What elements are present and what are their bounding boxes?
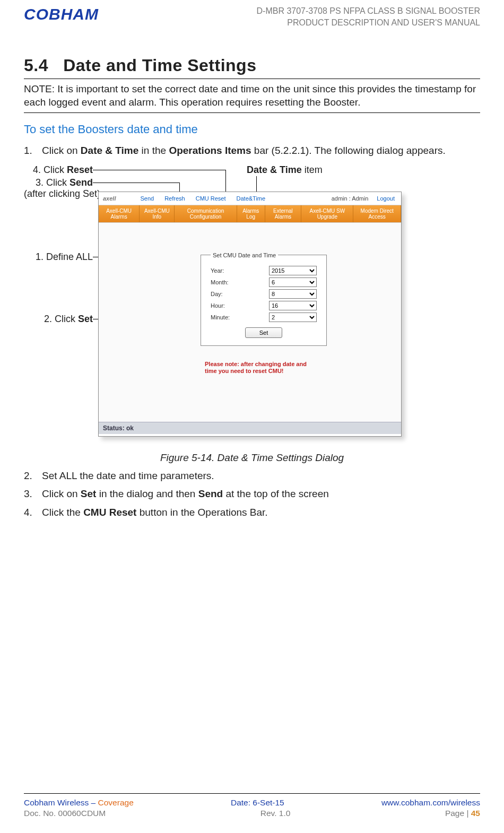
step-4-c: button in the Operations Bar.: [136, 507, 267, 518]
warning-text: Please note: after changing date and tim…: [205, 361, 316, 376]
callout-send: 3. Click Send (after clicking Set): [24, 177, 93, 199]
step-3-e: at the top of the screen: [223, 488, 329, 499]
tab-ext-alarms[interactable]: External Alarms: [265, 205, 301, 222]
tab-alarms[interactable]: Axell-CMU Alarms: [99, 205, 140, 222]
link-send[interactable]: Send: [138, 195, 156, 202]
step-1-c: in the: [138, 145, 169, 156]
tabs-row: Axell-CMU Alarms Axell-CMU Info Communic…: [99, 205, 401, 223]
section-number: 5.4: [24, 56, 48, 75]
date-time-fieldset: Set CMU Date and Time Year: 2015 Month: …: [201, 252, 327, 346]
step-2: 2. Set ALL the date and time parameters.: [24, 469, 480, 483]
month-select[interactable]: 6: [269, 277, 317, 287]
brand-text: axell: [103, 195, 132, 202]
step-2-number: 2.: [24, 469, 32, 483]
callout-reset: 4. Click Reset: [24, 164, 93, 176]
step-1-e: bar (5.2.2.1). The following dialog appe…: [251, 145, 446, 156]
step-1-a: Click on: [42, 145, 81, 156]
step-4: 4. Click the CMU Reset button in the Ope…: [24, 506, 480, 520]
callout-reset-a: 4. Click: [33, 164, 67, 175]
callout-send-c: (after clicking Set): [24, 188, 100, 199]
step-2-text: Set ALL the date and time parameters.: [42, 470, 214, 481]
link-cmu-reset[interactable]: CMU Reset: [194, 195, 228, 202]
tab-info[interactable]: Axell-CMU Info: [140, 205, 175, 222]
screenshot-content: Set CMU Date and Time Year: 2015 Month: …: [99, 223, 401, 434]
hour-label: Hour:: [211, 302, 225, 309]
step-3: 3. Click on Set in the dialog and then S…: [24, 487, 480, 501]
set-button[interactable]: Set: [245, 327, 282, 338]
link-date-time[interactable]: Date&Time: [234, 195, 268, 202]
footer-dash: –: [89, 798, 98, 807]
footer-coverage: Coverage: [98, 798, 134, 807]
year-select[interactable]: 2015: [269, 266, 317, 275]
note-text: NOTE: It is important to set the correct…: [24, 82, 480, 109]
footer-docno: Doc. No. 00060CDUM: [24, 809, 106, 818]
day-label: Day:: [211, 291, 223, 297]
callout-date-time-bold: Date & Time: [247, 164, 302, 175]
admin-label: admin : Admin: [332, 195, 369, 202]
tab-modem[interactable]: Modem Direct Access: [353, 205, 401, 222]
step-3-d: Send: [198, 488, 223, 499]
step-1-d: Operations Items: [169, 145, 251, 156]
tab-sw-upgrade[interactable]: Axell-CMU SW Upgrade: [301, 205, 353, 222]
callout-define-text: 1. Define ALL: [36, 251, 93, 263]
footer-page-number: 45: [471, 809, 480, 818]
doc-line-1: D-MBR 3707-3708 PS NFPA CLASS B SIGNAL B…: [257, 5, 480, 17]
callout-date-time-rest: item: [302, 164, 323, 175]
fieldset-legend: Set CMU Date and Time: [211, 252, 278, 258]
step-1: 1. Click on Date & Time in the Operation…: [24, 144, 480, 158]
link-refresh[interactable]: Refresh: [162, 195, 187, 202]
step-3-a: Click on: [42, 488, 81, 499]
callout-send-a: 3. Click: [36, 177, 69, 188]
step-4-a: Click the: [42, 507, 83, 518]
minute-select[interactable]: 2: [269, 313, 317, 322]
footer-rev: Rev. 1.0: [260, 809, 291, 818]
heading-rule: [24, 79, 480, 79]
status-bar: Status: ok: [99, 422, 401, 434]
year-label: Year:: [211, 267, 224, 274]
callout-date-time: Date & Time item: [247, 164, 323, 176]
page-footer: Cobham Wireless – Coverage Date: 6-Set-1…: [24, 793, 480, 818]
step-3-c: in the dialog and then: [96, 488, 198, 499]
tab-alarms-log[interactable]: Alarms Log: [237, 205, 265, 222]
figure-caption: Figure 5-14. Date & Time Settings Dialog: [24, 452, 480, 464]
minute-label: Minute:: [211, 314, 230, 320]
footer-url: www.cobham.com/wireless: [381, 798, 480, 808]
procedure-heading: To set the Boosters date and time: [24, 123, 480, 136]
footer-left-1: Cobham Wireless – Coverage: [24, 798, 134, 808]
month-label: Month:: [211, 279, 229, 285]
footer-page: Page | 45: [445, 809, 480, 818]
step-1-number: 1.: [24, 144, 32, 158]
tab-comm-config[interactable]: Communication Configuration: [175, 205, 237, 222]
step-3-b: Set: [81, 488, 97, 499]
logo: COBHAM: [24, 5, 99, 23]
figure-area: Date & Time item 4. Click Reset 3. Click…: [24, 168, 480, 449]
step-1-b: Date & Time: [81, 145, 138, 156]
step-3-number: 3.: [24, 487, 32, 501]
screenshot-dialog: axell Send Refresh CMU Reset Date&Time a…: [98, 192, 402, 437]
link-logout[interactable]: Logout: [375, 195, 397, 202]
callout-set-b: Set: [78, 314, 93, 324]
ops-bar: axell Send Refresh CMU Reset Date&Time a…: [99, 192, 401, 205]
day-select[interactable]: 8: [269, 289, 317, 299]
footer-company: Cobham Wireless: [24, 798, 89, 807]
callout-reset-b: Reset: [67, 164, 93, 175]
callout-set-a: 2. Click: [44, 314, 78, 324]
step-4-number: 4.: [24, 506, 32, 520]
callout-send-b: Send: [69, 177, 93, 188]
hour-select[interactable]: 16: [269, 301, 317, 310]
callout-set: 2. Click Set: [24, 314, 93, 325]
note-rule: [24, 112, 480, 113]
section-title-text: Date and Time Settings: [63, 56, 256, 75]
doc-id: D-MBR 3707-3708 PS NFPA CLASS B SIGNAL B…: [257, 5, 480, 29]
doc-line-2: PRODUCT DESCRIPTION AND USER'S MANUAL: [257, 17, 480, 29]
footer-date: Date: 6-Set-15: [231, 798, 284, 808]
page-header: COBHAM D-MBR 3707-3708 PS NFPA CLASS B S…: [24, 5, 480, 29]
callout-define: 1. Define ALL: [24, 251, 93, 263]
section-heading: 5.4 Date and Time Settings: [24, 56, 480, 75]
step-4-b: CMU Reset: [83, 507, 136, 518]
footer-page-label: Page |: [445, 809, 471, 818]
